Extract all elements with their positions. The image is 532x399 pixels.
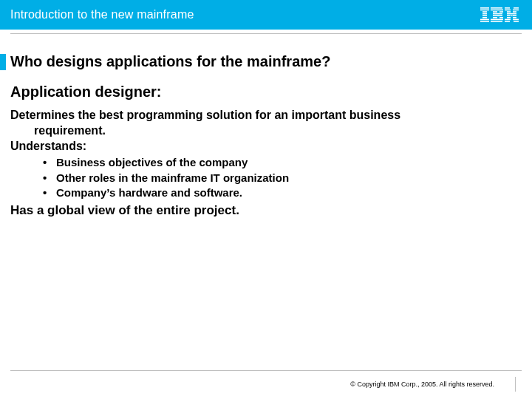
- ibm-logo-icon: [480, 7, 519, 22]
- svg-rect-5: [482, 17, 487, 18]
- body-line-2: Understands:: [10, 139, 522, 154]
- svg-rect-7: [480, 21, 489, 22]
- slide-title: Who designs applications for the mainfra…: [10, 53, 330, 70]
- svg-rect-21: [513, 10, 519, 11]
- svg-rect-22: [507, 11, 511, 13]
- svg-rect-33: [514, 21, 519, 22]
- header-bar: Introduction to the new mainframe: [0, 0, 532, 30]
- footer: © Copyright IBM Corp., 2005. All rights …: [10, 370, 522, 392]
- svg-rect-8: [491, 7, 502, 9]
- svg-rect-31: [513, 19, 519, 21]
- svg-rect-13: [493, 15, 502, 16]
- title-accent-icon: [0, 54, 6, 70]
- svg-rect-1: [480, 10, 489, 11]
- title-row: Who designs applications for the mainfra…: [0, 53, 532, 70]
- svg-rect-0: [480, 7, 489, 9]
- svg-rect-28: [507, 17, 511, 18]
- body-line-1b: requirement.: [10, 123, 522, 139]
- svg-rect-3: [482, 13, 487, 15]
- header-title: Introduction to the new mainframe: [10, 8, 194, 21]
- svg-rect-10: [493, 11, 497, 13]
- svg-rect-15: [499, 17, 503, 18]
- svg-rect-2: [482, 11, 487, 13]
- bullet-list: Business objectives of the company Other…: [43, 155, 522, 200]
- body-line-1a: Determines the best programming solution…: [10, 108, 522, 123]
- svg-rect-26: [511, 15, 513, 16]
- copyright-text: © Copyright IBM Corp., 2005. All rights …: [350, 381, 494, 388]
- svg-rect-4: [482, 15, 487, 16]
- svg-rect-27: [513, 15, 516, 16]
- svg-rect-25: [507, 15, 511, 16]
- list-item: Company’s hardware and software.: [43, 185, 522, 200]
- svg-rect-6: [480, 19, 489, 21]
- svg-rect-12: [493, 13, 502, 15]
- svg-rect-11: [499, 11, 503, 13]
- svg-rect-19: [514, 7, 519, 9]
- content-area: Application designer: Determines the bes…: [0, 70, 532, 218]
- svg-rect-29: [513, 17, 516, 18]
- svg-rect-18: [505, 7, 510, 9]
- closing-line: Has a global view of the entire project.: [10, 203, 522, 218]
- divider: [10, 370, 522, 371]
- list-item: Business objectives of the company: [43, 155, 522, 170]
- svg-rect-32: [505, 21, 510, 22]
- svg-rect-17: [491, 21, 502, 22]
- svg-rect-24: [507, 13, 516, 15]
- svg-rect-14: [493, 17, 497, 18]
- role-heading: Application designer:: [10, 83, 522, 100]
- svg-rect-16: [491, 19, 503, 21]
- footer-inner: © Copyright IBM Corp., 2005. All rights …: [10, 377, 522, 392]
- divider: [515, 377, 516, 392]
- divider: [10, 33, 522, 34]
- svg-rect-30: [505, 19, 511, 21]
- svg-rect-23: [513, 11, 516, 13]
- svg-rect-9: [491, 10, 503, 11]
- list-item: Other roles in the mainframe IT organiza…: [43, 171, 522, 185]
- svg-rect-20: [505, 10, 511, 11]
- slide: Introduction to the new mainframe: [0, 0, 532, 399]
